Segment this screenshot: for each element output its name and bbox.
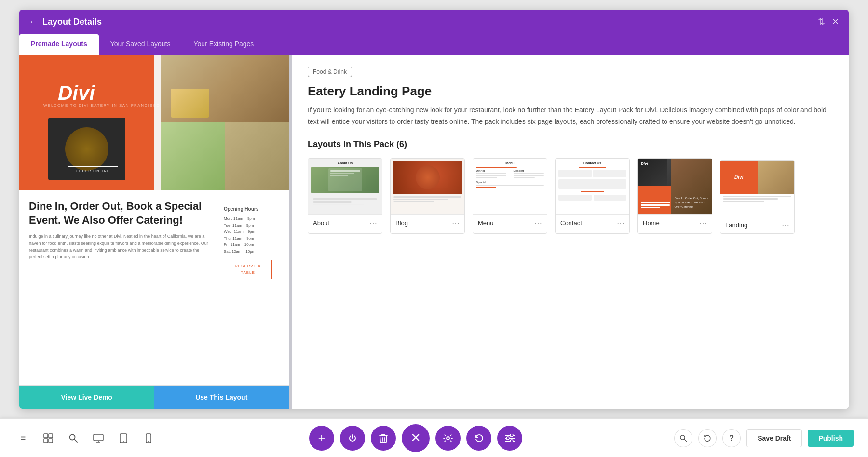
preview-actions: View Live Demo Use This Layout (19, 385, 289, 409)
svg-point-13 (447, 437, 449, 440)
undo-button[interactable] (466, 426, 491, 451)
card-name-about: About (313, 219, 329, 227)
mobile-icon[interactable] (140, 430, 157, 447)
thumb-contact: Contact Us (556, 159, 629, 214)
svg-rect-3 (49, 439, 53, 443)
divi-brand-text: Divi (58, 81, 95, 105)
food-image-3 (225, 122, 289, 190)
tab-saved-layouts[interactable]: Your Saved Layouts (99, 34, 182, 55)
publish-button[interactable]: Publish (808, 430, 854, 447)
thumb-about: About Us (308, 159, 382, 214)
layout-details-modal: ← Layout Details ⇅ ✕ Premade Layouts You… (19, 10, 849, 409)
card-name-contact: Contact (560, 219, 582, 227)
layout-card-contact[interactable]: Contact Us Cont (555, 158, 630, 234)
card-menu-landing[interactable]: ⋯ (782, 220, 789, 229)
pack-title: Layouts In This Pack (6) (308, 139, 833, 149)
help-toolbar-icon[interactable]: ? (722, 429, 741, 447)
svg-point-18 (506, 437, 509, 440)
preview-bottom: Opening Hours Mon: 11am – 9pm Tue: 11am … (19, 190, 289, 385)
tab-premade-layouts[interactable]: Premade Layouts (19, 34, 99, 55)
back-icon[interactable]: ← (29, 17, 38, 27)
card-menu-blog[interactable]: ⋯ (452, 218, 460, 228)
toolbar-left: ≡ (14, 430, 157, 447)
svg-rect-0 (44, 434, 48, 438)
svg-line-5 (74, 439, 77, 442)
thumb-home: Divi Dine In, Order Out, Book aSpecial E… (638, 159, 712, 214)
card-name-home: Home (643, 219, 660, 227)
thumb-landing: Divi (720, 161, 794, 216)
thumb-blog (391, 159, 464, 214)
tablet-icon[interactable] (115, 430, 132, 447)
svg-point-17 (510, 434, 513, 437)
modal-content: Divi WELCOME TO DIVI EATERY IN SAN FRANC… (19, 55, 849, 409)
reserve-table-btn[interactable]: RESERVE A TABLE (224, 260, 272, 280)
toolbar-center: + ✕ (309, 424, 522, 452)
card-name-blog: Blog (395, 219, 408, 227)
search-icon[interactable] (65, 430, 82, 447)
layout-title: Eatery Landing Page (308, 84, 833, 99)
columns-icon[interactable]: ⇅ (818, 16, 825, 27)
toolbar-right: ? Save Draft Publish (674, 429, 854, 447)
svg-rect-2 (44, 439, 48, 443)
layouts-grid: About Us (308, 158, 833, 234)
layout-card-blog[interactable]: Blog ⋯ (390, 158, 465, 234)
food-images-right (161, 55, 289, 190)
svg-line-21 (684, 439, 687, 442)
divi-subtitle: WELCOME TO DIVI EATERY IN SAN FRANCISCO (43, 103, 160, 108)
menu-icon[interactable]: ≡ (14, 430, 32, 447)
save-draft-button[interactable]: Save Draft (746, 429, 802, 447)
card-name-landing: Landing (725, 221, 747, 228)
layout-card-home[interactable]: Divi Dine In, Order Out, Book aSpecial E… (637, 158, 712, 234)
header-left: ← Layout Details (29, 17, 102, 27)
power-button[interactable] (340, 426, 365, 451)
search-toolbar-icon[interactable] (674, 429, 692, 447)
layout-card-about[interactable]: About Us (308, 158, 382, 234)
layout-card-landing[interactable]: Divi Landing ⋯ (720, 160, 795, 234)
tabs-bar: Premade Layouts Your Saved Layouts Your … (19, 34, 849, 55)
order-online-btn: ORDER ONLINE (68, 166, 118, 175)
add-section-button[interactable]: + (309, 426, 334, 451)
card-menu-home[interactable]: ⋯ (699, 218, 707, 228)
svg-point-19 (510, 440, 513, 442)
svg-point-12 (148, 441, 149, 442)
header-icons: ⇅ ✕ (818, 16, 839, 27)
card-name-menu: Menu (478, 219, 494, 227)
modal-title: Layout Details (42, 17, 102, 27)
close-builder-button[interactable]: ✕ (402, 424, 430, 452)
svg-rect-6 (94, 434, 103, 441)
hours-title: Opening Hours (224, 205, 272, 214)
hours-box: Opening Hours Mon: 11am – 9pm Tue: 11am … (217, 200, 279, 284)
food-image-2 (161, 122, 225, 190)
info-panel: Food & Drink Eatery Landing Page If you'… (292, 55, 849, 409)
preview-image-top: Divi WELCOME TO DIVI EATERY IN SAN FRANC… (19, 55, 289, 190)
tab-existing-pages[interactable]: Your Existing Pages (182, 34, 266, 55)
card-menu-menu[interactable]: ⋯ (534, 218, 542, 228)
refresh-toolbar-icon[interactable] (698, 429, 717, 447)
thumb-menu: Menu Dinner Dessert (473, 159, 547, 214)
card-menu-contact[interactable]: ⋯ (617, 218, 624, 228)
close-icon[interactable]: ✕ (832, 16, 839, 27)
layout-description: If you're looking for an eye-catching ne… (308, 105, 833, 128)
category-badge: Food & Drink (308, 67, 352, 77)
layout-card-menu[interactable]: Menu Dinner Dessert (473, 158, 547, 234)
use-this-layout-button[interactable]: Use This Layout (154, 386, 289, 409)
modal-header: ← Layout Details ⇅ ✕ (19, 10, 849, 34)
svg-rect-1 (49, 434, 53, 438)
food-image-1 (161, 55, 289, 122)
preview-panel: Divi WELCOME TO DIVI EATERY IN SAN FRANC… (19, 55, 289, 409)
trash-button[interactable] (371, 426, 396, 451)
grid-icon[interactable] (40, 430, 57, 447)
card-menu-about[interactable]: ⋯ (369, 218, 377, 228)
desktop-icon[interactable] (90, 430, 107, 447)
hours-list: Mon: 11am – 9pm Tue: 11am – 9pm Wed: 11a… (224, 215, 272, 255)
bottom-toolbar: ≡ (0, 418, 868, 457)
view-live-demo-button[interactable]: View Live Demo (19, 386, 154, 409)
settings-button[interactable] (435, 426, 461, 451)
svg-point-10 (123, 441, 124, 442)
food-circle (65, 127, 108, 171)
layout-options-button[interactable] (497, 426, 522, 451)
